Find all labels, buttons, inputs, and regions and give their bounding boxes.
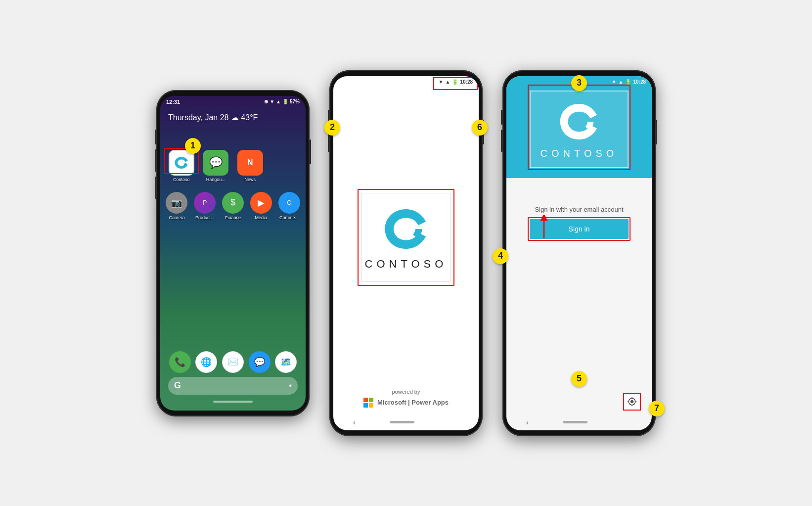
camera-icon[interactable]: 📷 [166,192,187,214]
search-bar[interactable]: G • [168,377,298,395]
signin-email-label: Sign in with your email account [535,206,623,213]
finance-app[interactable]: $ Finance [221,192,246,220]
powered-by-text: powered by [333,389,479,395]
messages-icon[interactable]: 💬 [249,351,271,373]
annotation-2: 2 [324,120,340,136]
time-2: 10:28 [460,79,473,85]
hangouts-app[interactable]: 💬 Hangou... [201,150,231,182]
powered-by: powered by Microsoft | Power Apps [333,389,479,415]
maps-icon[interactable]: 🗺️ [275,351,297,373]
annotation-6: 6 [472,120,488,136]
commerce-app[interactable]: C Comme... [276,192,302,220]
logo-box: CONTOSO [361,193,451,282]
nav-bar-3: ‹ [506,415,652,430]
camera-app[interactable]: 📷 Camera [164,192,189,220]
gear-icon-wrapper[interactable] [623,393,641,411]
camera-label: Camera [169,215,184,220]
logo-area: CONTOSO [361,193,451,282]
app-grid-top: Contoso 💬 Hangou... N News [160,146,306,186]
news-label: News [244,177,256,182]
maps-app[interactable]: 🗺️ [274,351,298,373]
ms-brand-text: Microsoft | Power Apps [377,399,449,406]
finance-icon[interactable]: $ [222,192,244,214]
hangouts-label: Hangou... [206,177,226,182]
gear-icon [627,397,637,407]
product-app[interactable]: P Product... [192,192,218,220]
signin-logo-box: CONTOSO [530,91,629,168]
annotation-7: 7 [649,401,665,416]
product-label: Product... [195,215,215,220]
gmail-icon[interactable]: ✉️ [222,351,244,373]
dock-row: 📞 🌐 ✉️ 💬 [168,351,298,373]
chrome-icon[interactable]: 🌐 [195,351,217,373]
date-text: Thursday, Jan 28 ☁ 43°F [168,113,298,122]
phone-1: 12:31 ⊕ ▼ ▲ 🔋 57% Thursday, Jan 28 ☁ 43°… [156,90,310,416]
time-3: 10:28 [633,79,646,85]
contoso-app[interactable]: Contoso [166,150,197,182]
contoso-splash: CONTOSO [333,87,479,389]
arrow-annotation [539,215,549,241]
status-icons: ⊕ ▼ ▲ 🔋 57% [264,99,300,104]
home-pill-3 [563,421,587,423]
phone-app[interactable]: 📞 [168,351,192,373]
app-grid-mid: 📷 Camera P Product... $ Finance [160,190,306,222]
back-btn[interactable]: ‹ [353,418,356,426]
back-btn-3[interactable]: ‹ [526,418,529,426]
home-screen: 12:31 ⊕ ▼ ▲ 🔋 57% Thursday, Jan 28 ☁ 43°… [160,96,306,411]
commerce-label: Comme... [279,215,299,220]
annotation-4: 4 [493,248,508,264]
media-label: Media [255,215,268,220]
contoso-label: Contoso [173,177,190,182]
media-app[interactable]: ▶ Media [248,192,273,220]
empty-slot [270,150,300,182]
time: 12:31 [166,99,180,105]
phone-3: ▼ ▲ 🔋 10:28 CONTOSO [502,70,656,436]
contoso-name-splash: CONTOSO [365,258,448,271]
contoso-name-signin: CONTOSO [541,148,618,159]
gmail-app[interactable]: ✉️ [221,351,245,373]
contoso-c-splash [381,204,431,254]
annotation-3: 3 [571,75,587,91]
home-pill [390,421,414,423]
finance-label: Finance [225,215,241,220]
chrome-app[interactable]: 🌐 [195,351,219,373]
home-indicator [213,401,253,403]
status-bar: 12:31 ⊕ ▼ ▲ 🔋 57% [160,96,306,107]
messages-app[interactable]: 💬 [248,351,271,373]
phone-2: ▼ ▲ 🔋 10:28 CONTOSO [329,70,483,436]
contoso-c-icon [174,155,189,171]
product-icon[interactable]: P [194,192,216,214]
status-bar-2: ▼ ▲ 🔋 10:28 [333,76,479,87]
hangouts-icon[interactable]: 💬 [203,150,228,176]
date-weather: Thursday, Jan 28 ☁ 43°F [160,107,306,126]
media-icon[interactable]: ▶ [250,192,272,214]
news-icon[interactable]: N [237,150,263,176]
ms-logo: Microsoft | Power Apps [333,398,479,408]
phone-icon[interactable]: 📞 [169,351,191,373]
dock: 📞 🌐 ✉️ 💬 [160,347,306,411]
signin-logo-area: CONTOSO [530,87,629,168]
signin-header: ▼ ▲ 🔋 10:28 CONTOSO [506,76,652,178]
contoso-c-signin [557,99,601,144]
annotation-5: 5 [571,371,587,387]
news-app[interactable]: N News [235,150,266,182]
arrow-up-icon [539,215,549,239]
annotation-1: 1 [185,138,201,154]
commerce-icon[interactable]: C [278,192,300,214]
nav-bar-2: ‹ [333,415,479,430]
splash-screen: ▼ ▲ 🔋 10:28 CONTOSO [333,76,479,430]
ms-squares [363,398,373,408]
